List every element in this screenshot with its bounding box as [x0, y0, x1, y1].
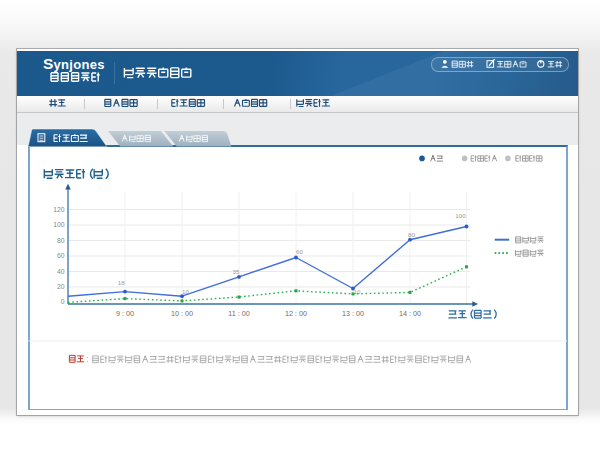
svg-text:11 : 00: 11 : 00 [228, 309, 249, 318]
svg-text:80: 80 [408, 231, 415, 238]
svg-text:80: 80 [57, 237, 65, 244]
svg-text:13 : 00: 13 : 00 [342, 309, 364, 318]
svg-text:S: S [43, 55, 53, 72]
svg-text:18: 18 [118, 279, 125, 286]
svg-text:12 : 00: 12 : 00 [285, 309, 307, 318]
svg-text:40: 40 [57, 268, 65, 275]
svg-text:9 : 00: 9 : 00 [116, 309, 134, 318]
svg-text:60: 60 [57, 252, 65, 259]
svg-text:0: 0 [61, 298, 65, 305]
svg-text:10 : 00: 10 : 00 [171, 309, 193, 318]
svg-text:14 : 00: 14 : 00 [399, 309, 421, 318]
svg-text:10: 10 [354, 288, 361, 295]
svg-text:100: 100 [53, 221, 65, 228]
svg-text:20: 20 [57, 283, 65, 290]
svg-text:60: 60 [296, 248, 303, 255]
svg-text:120: 120 [53, 206, 65, 213]
svg-text:10: 10 [182, 288, 189, 295]
svg-text:ynjones: ynjones [54, 57, 105, 72]
svg-text:35: 35 [233, 268, 240, 275]
svg-text:100: 100 [455, 212, 466, 219]
